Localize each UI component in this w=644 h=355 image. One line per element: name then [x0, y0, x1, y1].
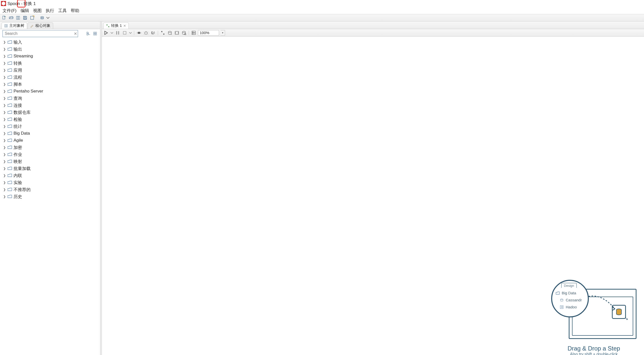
expand-icon[interactable]: ❯	[3, 181, 6, 184]
svg-rect-18	[116, 31, 117, 35]
close-tab-icon[interactable]: ✕	[123, 24, 126, 28]
expand-icon[interactable]: ❯	[3, 118, 6, 121]
expand-icon[interactable]: ❯	[3, 174, 6, 177]
tree-item[interactable]: ❯转换	[3, 60, 100, 67]
save-as-button[interactable]	[29, 15, 35, 21]
tree-item[interactable]: ❯实验	[3, 179, 100, 186]
expand-icon[interactable]: ❯	[3, 153, 6, 156]
expand-icon[interactable]: ❯	[3, 111, 6, 114]
tree-item[interactable]: ❯应用	[3, 67, 100, 74]
tree-item[interactable]: ❯检验	[3, 116, 100, 123]
expand-all-button[interactable]	[86, 31, 91, 36]
tree-item[interactable]: ❯映射	[3, 158, 100, 165]
preview-button[interactable]	[136, 30, 142, 36]
expand-icon[interactable]: ❯	[3, 188, 6, 191]
menu-view[interactable]: 视图	[32, 7, 43, 14]
expand-icon[interactable]: ❯	[3, 40, 6, 44]
stop-button[interactable]	[122, 30, 127, 36]
tree-item[interactable]: ❯查询	[3, 95, 100, 102]
menu-tools[interactable]: 工具	[57, 7, 68, 14]
menu-file[interactable]: 文件(F)	[1, 7, 18, 14]
menu-edit[interactable]: 编辑	[19, 7, 31, 14]
tree-item[interactable]: ❯连接	[3, 102, 100, 109]
expand-icon[interactable]: ❯	[3, 139, 6, 142]
new-file-button[interactable]: +	[1, 15, 7, 21]
tree-item[interactable]: ❯脚本	[3, 81, 100, 88]
tree-item[interactable]: ❯数据仓库	[3, 109, 100, 116]
perspective-button[interactable]	[39, 15, 45, 21]
tree-item-label: 连接	[14, 103, 22, 108]
debug-button[interactable]	[143, 30, 149, 36]
expand-icon[interactable]: ❯	[3, 167, 6, 170]
folder-icon	[8, 138, 12, 143]
tab-core-objects[interactable]: 核心对象	[28, 22, 53, 29]
expand-icon[interactable]: ❯	[3, 104, 6, 107]
svg-line-32	[186, 35, 186, 35]
tree-item[interactable]: ❯统计	[3, 123, 100, 130]
hint-magnifier-graphic: Design Big Data Cassandr H Hadoo	[551, 280, 589, 317]
canvas[interactable]: ↘ Design Big Data Cas	[102, 37, 644, 355]
expand-icon[interactable]: ❯	[3, 132, 6, 135]
tree-item[interactable]: ❯Big Data	[3, 130, 100, 137]
expand-icon[interactable]: ❯	[3, 146, 6, 149]
expand-icon[interactable]: ❯	[3, 160, 6, 163]
menu-run[interactable]: 执行	[44, 7, 56, 14]
expand-icon[interactable]: ❯	[3, 82, 6, 86]
expand-icon[interactable]: ❯	[3, 90, 6, 93]
folder-icon	[8, 117, 12, 122]
show-results-button[interactable]	[191, 30, 196, 36]
tree-item[interactable]: ❯流程	[3, 74, 100, 81]
expand-icon[interactable]: ❯	[3, 47, 6, 51]
expand-icon[interactable]: ❯	[3, 61, 6, 65]
tab-main-tree[interactable]: 主对象树	[2, 22, 27, 29]
tree-item[interactable]: ❯历史	[3, 193, 100, 200]
svg-line-27	[148, 34, 148, 34]
run-button[interactable]	[103, 30, 109, 36]
tree-item[interactable]: ❯输入	[3, 39, 100, 46]
tree-item-label: 应用	[14, 67, 22, 73]
expand-icon[interactable]: ❯	[3, 75, 6, 79]
tree-item[interactable]: ❯Pentaho Server	[3, 88, 100, 95]
expand-icon[interactable]: ❯	[3, 68, 6, 72]
steps-tree[interactable]: ❯输入❯输出❯Streaming❯转换❯应用❯流程❯脚本❯Pentaho Ser…	[0, 38, 100, 355]
svg-rect-5	[24, 18, 26, 19]
sql-button[interactable]	[174, 30, 180, 36]
tree-item[interactable]: ❯Agile	[3, 137, 100, 144]
right-pane: 转换 1 ✕ 100% ▾	[102, 22, 644, 355]
tree-item-label: 输入	[14, 39, 22, 45]
hint-design-tab-label: Design	[561, 283, 577, 288]
svg-rect-16	[94, 34, 95, 35]
impact-button[interactable]	[167, 30, 173, 36]
expand-icon[interactable]: ❯	[3, 195, 6, 198]
pause-button[interactable]	[115, 30, 120, 36]
run-options-dropdown[interactable]	[110, 30, 113, 36]
save-button[interactable]	[22, 15, 28, 21]
explore-db-button[interactable]	[181, 30, 187, 36]
menu-help[interactable]: 帮助	[69, 7, 81, 14]
search-input[interactable]	[3, 30, 78, 37]
open-file-button[interactable]	[8, 15, 14, 21]
collapse-all-button[interactable]	[93, 31, 98, 36]
tree-item[interactable]: ❯作业	[3, 151, 100, 158]
replay-button[interactable]	[150, 30, 156, 36]
zoom-value[interactable]: 100%	[198, 30, 219, 36]
perspective-dropdown[interactable]	[46, 15, 50, 21]
zoom-dropdown[interactable]: ▾	[221, 30, 225, 36]
search-clear-icon[interactable]: ✕	[74, 31, 77, 36]
folder-icon	[8, 89, 12, 94]
verify-button[interactable]	[160, 30, 166, 36]
editor-tab-transform-1[interactable]: 转换 1 ✕	[103, 22, 129, 29]
expand-icon[interactable]: ❯	[3, 54, 6, 58]
expand-icon[interactable]: ❯	[3, 97, 6, 100]
folder-icon	[8, 96, 12, 101]
tree-item[interactable]: ❯Streaming	[3, 53, 100, 60]
stop-dropdown[interactable]	[129, 30, 132, 36]
explore-repo-button[interactable]	[15, 15, 21, 21]
tree-item[interactable]: ❯输出	[3, 46, 100, 53]
tree-item[interactable]: ❯不推荐的	[3, 186, 100, 193]
tree-item[interactable]: ❯内联	[3, 172, 100, 179]
tree-item[interactable]: ❯加密	[3, 144, 100, 151]
expand-icon[interactable]: ❯	[3, 125, 6, 128]
tree-item[interactable]: ❯批量加载	[3, 165, 100, 172]
tree-item-label: 批量加载	[14, 166, 31, 171]
